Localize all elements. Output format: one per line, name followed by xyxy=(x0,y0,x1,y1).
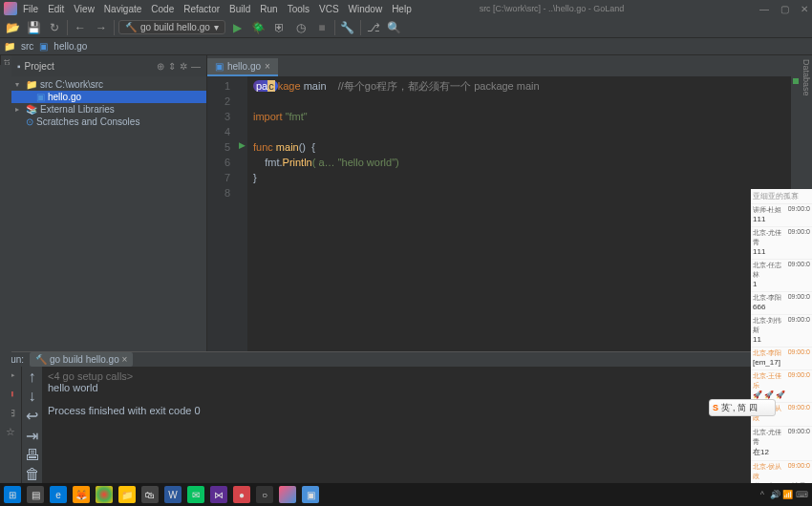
menu-run[interactable]: Run xyxy=(260,4,277,14)
chat-message: 北京-任志林09:00:01 xyxy=(751,260,812,292)
chat-message: 北京-王佳乐09:00:0🚀 🚀 🚀 xyxy=(751,370,812,403)
go-file-icon: ▣ xyxy=(39,41,48,52)
gear-icon[interactable]: ✲ xyxy=(180,61,187,72)
close-tab-icon[interactable]: × xyxy=(265,61,270,72)
ok-indicator xyxy=(793,78,799,84)
search-icon[interactable]: 🔍 xyxy=(386,19,403,36)
menu-file[interactable]: File xyxy=(23,4,38,14)
main-menu: FileEditViewNavigateCodeRefactorBuildRun… xyxy=(23,4,412,14)
open-icon[interactable]: 📂 xyxy=(4,19,21,36)
back-button[interactable]: ← xyxy=(72,19,89,36)
main-toolbar: 📂 💾 ↻ ← → 🔨 go build hello.go ▾ ▶ 🪲 ⛨ ◷ … xyxy=(0,17,812,38)
wrap-icon[interactable]: ↩ xyxy=(26,407,38,425)
line-gutter: 12345678 xyxy=(207,76,236,351)
stop-button[interactable]: ■ xyxy=(313,19,331,36)
project-tree: ▾📁 src C:\work\src ▣hello.go ▸📚 External… xyxy=(11,76,206,351)
sogou-ime-bar[interactable]: S 英`, 简 四 xyxy=(709,399,776,416)
goland-task-icon[interactable] xyxy=(279,486,296,503)
hide-panel-icon[interactable]: — xyxy=(191,61,201,72)
nav-tabs: 📁 src ▣ hello.go xyxy=(0,38,812,55)
print-icon[interactable]: 🖶 xyxy=(25,447,40,464)
chrome-icon[interactable] xyxy=(96,486,113,503)
app-icon[interactable]: ● xyxy=(233,486,250,503)
forward-button[interactable]: → xyxy=(93,19,110,36)
word-icon[interactable]: W xyxy=(164,486,182,503)
target-icon[interactable]: ⊕ xyxy=(157,61,164,72)
project-title: Project xyxy=(25,61,153,72)
project-panel: ▪ Project ⊕ ⇕ ✲ — ▾📁 src C:\work\src ▣he… xyxy=(11,55,207,351)
wechat-icon[interactable]: ✉ xyxy=(187,486,204,503)
run-tool-window: Run: 🔨 go build hello.go × ▶ ■ ⊞ ☆ ↑ ↓ ↩… xyxy=(0,351,812,483)
app-icon[interactable]: ○ xyxy=(256,486,273,503)
menu-build[interactable]: Build xyxy=(229,4,250,14)
minimize-button[interactable]: — xyxy=(759,4,769,14)
code-editor[interactable]: 12345678 ▶ package main //每个go程序，都必须有一个 … xyxy=(207,76,801,351)
collapse-icon[interactable]: ⇕ xyxy=(168,61,176,72)
title-bar: FileEditViewNavigateCodeRefactorBuildRun… xyxy=(0,0,812,17)
run-button[interactable]: ▶ xyxy=(229,19,246,36)
tree-external-libs[interactable]: ▸📚 External Libraries xyxy=(11,103,206,116)
run-tab[interactable]: 🔨 go build hello.go × xyxy=(30,352,133,367)
maximize-button[interactable]: ▢ xyxy=(780,4,789,14)
tree-scratches[interactable]: ⊙ Scratches and Consoles xyxy=(11,116,206,128)
nav-file[interactable]: hello.go xyxy=(53,41,87,52)
git-icon[interactable]: ⎇ xyxy=(365,19,382,36)
chat-message: 讲师-杜姐09:00:0111 xyxy=(751,204,812,227)
windows-taskbar[interactable]: ⊞ ▤ e 🦊 📁 🛍 W ✉ ⋈ ● ○ ▣ ^ 🔊 📶 ⌨ xyxy=(0,483,812,506)
coverage-button[interactable]: ⛨ xyxy=(271,19,288,36)
profile-button[interactable]: ◷ xyxy=(292,19,310,36)
scroll-icon[interactable]: ⇥ xyxy=(26,427,38,445)
run-gutter-icon[interactable]: ▶ xyxy=(236,137,247,153)
hammer-icon: 🔨 xyxy=(35,354,47,365)
menu-refactor[interactable]: Refactor xyxy=(183,4,220,14)
vscode-icon[interactable]: ⋈ xyxy=(210,486,227,503)
editor-tabs: ▣ hello.go × xyxy=(207,55,801,76)
menu-tools[interactable]: Tools xyxy=(288,4,310,14)
project-dropdown-icon[interactable]: ▪ xyxy=(17,61,21,72)
menu-view[interactable]: View xyxy=(74,4,95,14)
editor-tab-hello[interactable]: ▣ hello.go × xyxy=(207,58,278,76)
down-icon[interactable]: ↓ xyxy=(29,388,36,405)
chevron-down-icon: ▾ xyxy=(214,22,219,32)
gutter-marks: ▶ xyxy=(236,76,247,351)
firefox-icon[interactable]: 🦊 xyxy=(73,486,90,503)
trash-icon[interactable]: 🗑 xyxy=(25,466,40,483)
debug-button[interactable]: 🪲 xyxy=(250,19,267,36)
left-rail-lower xyxy=(0,65,11,428)
hammer-icon: 🔨 xyxy=(125,22,137,32)
menu-window[interactable]: Window xyxy=(349,4,383,14)
menu-edit[interactable]: Edit xyxy=(48,4,64,14)
nav-root[interactable]: src xyxy=(21,41,33,52)
wrench-icon[interactable]: 🔧 xyxy=(339,19,356,36)
store-icon[interactable]: 🛍 xyxy=(141,486,159,503)
save-all-icon[interactable]: 💾 xyxy=(25,19,42,36)
sogou-logo: S xyxy=(713,403,718,412)
task-view-icon[interactable]: ▤ xyxy=(27,486,44,503)
edge-icon[interactable]: e xyxy=(50,486,67,503)
window-title: src [C:\work\src] - ..\hello.go - GoLand xyxy=(480,4,625,13)
close-button[interactable]: ✕ xyxy=(801,4,808,14)
app-icon[interactable]: ▣ xyxy=(302,486,319,503)
chat-message: 北京-尤佳青09:00:0111 xyxy=(751,227,812,260)
tree-root[interactable]: ▾📁 src C:\work\src xyxy=(11,78,206,91)
menu-vcs[interactable]: VCS xyxy=(319,4,339,14)
tray-icons[interactable]: 🔊 📶 ⌨ xyxy=(770,490,808,499)
run-config-dropdown[interactable]: 🔨 go build hello.go ▾ xyxy=(118,20,225,34)
goland-logo xyxy=(4,2,17,15)
chat-message: 北京-李阳09:00:0666 xyxy=(751,292,812,315)
start-button[interactable]: ⊞ xyxy=(4,486,21,503)
tree-file-hello[interactable]: ▣hello.go xyxy=(11,91,206,103)
console-output[interactable]: <4 go setup calls> hello world Process f… xyxy=(42,367,812,483)
tray-up-icon[interactable]: ^ xyxy=(760,490,764,499)
folder-icon: 📁 xyxy=(4,41,15,52)
menu-help[interactable]: Help xyxy=(392,4,412,14)
refresh-icon[interactable]: ↻ xyxy=(46,19,63,36)
menu-code[interactable]: Code xyxy=(151,4,174,14)
up-icon[interactable]: ↑ xyxy=(29,369,36,386)
chat-message: 北京-刘伟斯09:00:011 xyxy=(751,315,812,348)
menu-navigate[interactable]: Navigate xyxy=(104,4,141,14)
pin-icon[interactable]: ☆ xyxy=(6,426,15,443)
explorer-icon[interactable]: 📁 xyxy=(118,486,136,503)
chat-message: 北京-李阳09:00:0[em_17] xyxy=(751,348,812,370)
chat-overlay: 亚细亚的孤寡 讲师-杜姐09:00:0111北京-尤佳青09:00:0111北京… xyxy=(751,189,812,506)
